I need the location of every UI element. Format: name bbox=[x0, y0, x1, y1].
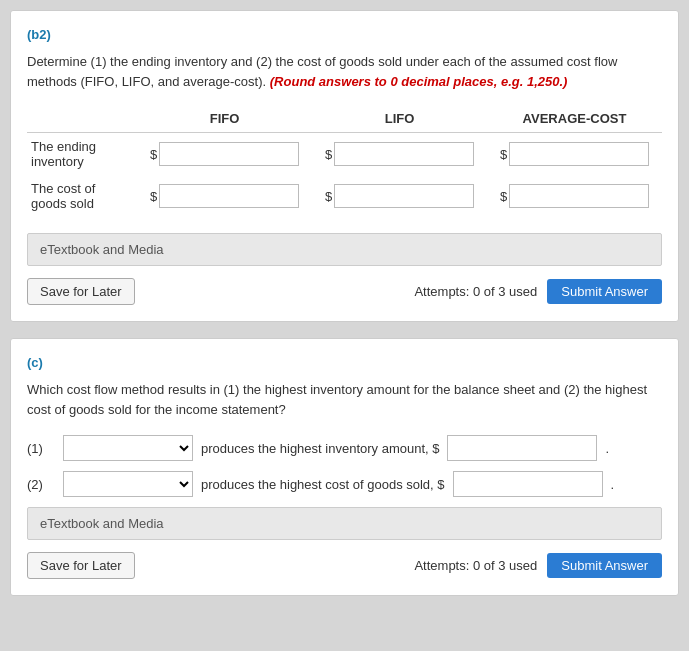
save-button-b2[interactable]: Save for Later bbox=[27, 278, 135, 305]
etextbook-bar-c: eTextbook and Media bbox=[27, 507, 662, 540]
avg-cogs-wrapper: $ bbox=[491, 184, 658, 208]
instruction-b2-italic: (Round answers to 0 decimal places, e.g.… bbox=[270, 74, 568, 89]
lifo-ending-input[interactable] bbox=[334, 142, 474, 166]
section-c: (c) Which cost flow method results in (1… bbox=[10, 338, 679, 596]
question-num-2: (2) bbox=[27, 477, 55, 492]
dollar-sign-5: $ bbox=[325, 189, 332, 204]
avg-ending-cell: $ bbox=[487, 133, 662, 176]
attempts-c: Attempts: 0 of 3 used bbox=[414, 558, 537, 573]
avg-ending-wrapper: $ bbox=[491, 142, 658, 166]
section-c-label: (c) bbox=[27, 355, 662, 370]
submit-button-b2[interactable]: Submit Answer bbox=[547, 279, 662, 304]
save-button-c[interactable]: Save for Later bbox=[27, 552, 135, 579]
avg-cogs-input[interactable] bbox=[509, 184, 649, 208]
instruction-b2: Determine (1) the ending inventory and (… bbox=[27, 52, 662, 91]
footer-right-c: Attempts: 0 of 3 used Submit Answer bbox=[414, 553, 662, 578]
answer-input-q1[interactable] bbox=[447, 435, 597, 461]
dollar-sign-2: $ bbox=[325, 147, 332, 162]
avg-cogs-cell: $ bbox=[487, 175, 662, 217]
question-text-1: produces the highest inventory amount, $ bbox=[201, 441, 439, 456]
dollar-sign-6: $ bbox=[500, 189, 507, 204]
question-num-1: (1) bbox=[27, 441, 55, 456]
lifo-cogs-cell: $ bbox=[312, 175, 487, 217]
table-row-ending-inventory: The ending inventory $ $ bbox=[27, 133, 662, 176]
part-c-instruction: Which cost flow method results in (1) th… bbox=[27, 380, 662, 419]
attempts-b2: Attempts: 0 of 3 used bbox=[414, 284, 537, 299]
question-row-1: (1) FIFO LIFO Average-Cost produces the … bbox=[27, 435, 662, 461]
footer-b2: Save for Later Attempts: 0 of 3 used Sub… bbox=[27, 278, 662, 305]
dot-q1: . bbox=[605, 441, 609, 456]
row-label-cogs: The cost of goods sold bbox=[27, 175, 137, 217]
col-header-lifo: LIFO bbox=[312, 105, 487, 133]
dot-q2: . bbox=[611, 477, 615, 492]
page-wrapper: (b2) Determine (1) the ending inventory … bbox=[10, 10, 679, 612]
lifo-cogs-wrapper: $ bbox=[316, 184, 483, 208]
fifo-ending-input[interactable] bbox=[159, 142, 299, 166]
dollar-sign-1: $ bbox=[150, 147, 157, 162]
dropdown-q1[interactable]: FIFO LIFO Average-Cost bbox=[63, 435, 193, 461]
section-b2-label: (b2) bbox=[27, 27, 662, 42]
question-text-2: produces the highest cost of goods sold,… bbox=[201, 477, 445, 492]
fifo-ending-cell: $ bbox=[137, 133, 312, 176]
table-row-cogs: The cost of goods sold $ $ bbox=[27, 175, 662, 217]
fifo-cogs-wrapper: $ bbox=[141, 184, 308, 208]
col-header-empty bbox=[27, 105, 137, 133]
lifo-ending-wrapper: $ bbox=[316, 142, 483, 166]
etextbook-label-c: eTextbook and Media bbox=[40, 516, 164, 531]
fifo-cogs-cell: $ bbox=[137, 175, 312, 217]
answer-input-q2[interactable] bbox=[453, 471, 603, 497]
etextbook-bar-b2: eTextbook and Media bbox=[27, 233, 662, 266]
dollar-sign-3: $ bbox=[500, 147, 507, 162]
footer-c: Save for Later Attempts: 0 of 3 used Sub… bbox=[27, 552, 662, 579]
lifo-cogs-input[interactable] bbox=[334, 184, 474, 208]
etextbook-label-b2: eTextbook and Media bbox=[40, 242, 164, 257]
cost-table: FIFO LIFO AVERAGE-COST The ending invent… bbox=[27, 105, 662, 217]
question-row-2: (2) FIFO LIFO Average-Cost produces the … bbox=[27, 471, 662, 497]
fifo-ending-wrapper: $ bbox=[141, 142, 308, 166]
dollar-sign-4: $ bbox=[150, 189, 157, 204]
fifo-cogs-input[interactable] bbox=[159, 184, 299, 208]
lifo-ending-cell: $ bbox=[312, 133, 487, 176]
row-label-ending-inventory: The ending inventory bbox=[27, 133, 137, 176]
section-b2: (b2) Determine (1) the ending inventory … bbox=[10, 10, 679, 322]
dropdown-q2[interactable]: FIFO LIFO Average-Cost bbox=[63, 471, 193, 497]
col-header-fifo: FIFO bbox=[137, 105, 312, 133]
avg-ending-input[interactable] bbox=[509, 142, 649, 166]
col-header-avg: AVERAGE-COST bbox=[487, 105, 662, 133]
submit-button-c[interactable]: Submit Answer bbox=[547, 553, 662, 578]
footer-right-b2: Attempts: 0 of 3 used Submit Answer bbox=[414, 279, 662, 304]
